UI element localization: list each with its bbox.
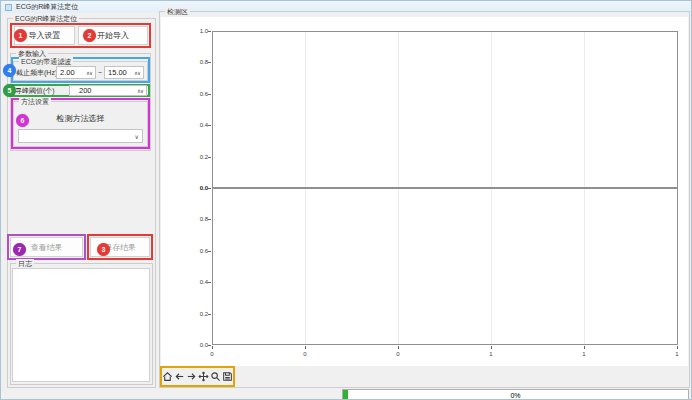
x-tick-label: 1 (667, 351, 687, 357)
x-tick-label: 1 (481, 351, 501, 357)
spin-down-icon[interactable]: ∨ (89, 70, 92, 76)
tick-mark (208, 345, 211, 346)
y-tick-label: 0.8 (189, 59, 208, 66)
tick-mark (208, 125, 211, 126)
y-tick-label: 0.8 (189, 216, 208, 223)
y-tick-label: 0.6 (189, 248, 208, 255)
detection-area-frame-label: 检测区 (165, 7, 190, 16)
range-separator: ~ (98, 68, 102, 77)
annotation-marker-7: 7 (13, 243, 26, 256)
save-figure-icon[interactable] (222, 371, 233, 383)
annotation-marker-1: 1 (14, 29, 27, 42)
tick-mark (208, 188, 211, 189)
zoom-icon[interactable] (210, 371, 221, 383)
y-tick-label-shared: 0.0 (189, 185, 208, 192)
window-title: ECG的R峰算法定位 (16, 3, 78, 11)
tick-mark (212, 346, 213, 349)
annotation-marker-4: 4 (3, 64, 16, 77)
bandpass-frame-label: ECG的带通滤波 (19, 57, 73, 66)
x-tick-label: 0 (295, 351, 315, 357)
method-combobox[interactable]: ∨ (18, 129, 143, 143)
bottom-subplot-axes (212, 188, 678, 345)
tick-mark (208, 219, 211, 220)
y-tick-label: 1.0 (189, 28, 208, 35)
app-window: ECG的R峰算法定位 ECG的R峰算法定位 导入设置 开始导入 1 2 参数输入… (0, 0, 692, 400)
tick-mark (677, 346, 678, 349)
spin-down-icon[interactable]: ∨ (140, 88, 143, 94)
pan-icon[interactable] (198, 371, 209, 383)
log-frame-label: 日志 (16, 259, 34, 268)
plot-toolbar (162, 368, 233, 385)
tick-mark (208, 314, 211, 315)
forward-arrow-icon[interactable] (186, 371, 197, 383)
annotation-marker-2: 2 (83, 29, 96, 42)
chevron-down-icon[interactable]: ∨ (135, 133, 139, 140)
progress-percentage: 0% (343, 391, 688, 400)
tick-mark (398, 346, 399, 349)
spin-down-icon[interactable]: ∨ (137, 70, 140, 76)
tick-mark (491, 346, 492, 349)
y-tick-label: 0.2 (189, 311, 208, 318)
cutoff-low-value: 2.00 (60, 68, 86, 77)
cutoff-low-spinbox[interactable]: 2.00 ∧∨ (56, 66, 96, 79)
y-tick-label: 0.4 (189, 279, 208, 286)
peak-threshold-spinbox[interactable]: 200 ∧∨ (69, 85, 147, 96)
left-panel-frame-label: ECG的R峰算法定位 (13, 14, 79, 23)
tick-mark (584, 346, 585, 349)
annotation-marker-3: 3 (97, 243, 110, 256)
progress-bar: 0% (342, 389, 689, 400)
cutoff-high-spinbox[interactable]: 15.00 ∧∨ (104, 66, 144, 79)
tick-mark (208, 282, 211, 283)
annotation-marker-6: 6 (16, 114, 29, 127)
annotation-marker-5: 5 (3, 84, 16, 97)
peak-threshold-label: 寻峰阈值(个) (15, 86, 55, 95)
x-tick-label: 1 (574, 351, 594, 357)
tick-mark (305, 346, 306, 349)
x-tick-label: 0 (388, 351, 408, 357)
plot-canvas[interactable]: 1.0 0.8 0.6 0.4 0.2 0.0 0.8 0.6 0.4 0.2 … (161, 17, 688, 366)
tick-mark (208, 31, 211, 32)
tick-mark (208, 251, 211, 252)
tick-mark (208, 62, 211, 63)
tick-mark (208, 157, 211, 158)
y-tick-label: 0.4 (189, 122, 208, 129)
back-arrow-icon[interactable] (174, 371, 185, 383)
app-icon (5, 4, 12, 11)
top-subplot-axes (212, 31, 678, 188)
cutoff-frequency-label: 截止频率(Hz): (16, 68, 59, 77)
method-frame-label: 方法设置 (19, 97, 51, 106)
peak-threshold-value: 200 (73, 86, 137, 95)
tick-mark (208, 94, 211, 95)
y-tick-label: 0.6 (189, 91, 208, 98)
y-tick-label: 0.0 (189, 342, 208, 349)
cutoff-high-value: 15.00 (108, 68, 134, 77)
log-textarea[interactable] (12, 268, 150, 382)
home-icon[interactable] (162, 371, 173, 383)
x-tick-label: 0 (202, 351, 222, 357)
method-select-label: 检测方法选择 (13, 114, 148, 123)
y-tick-label: 0.2 (189, 154, 208, 161)
